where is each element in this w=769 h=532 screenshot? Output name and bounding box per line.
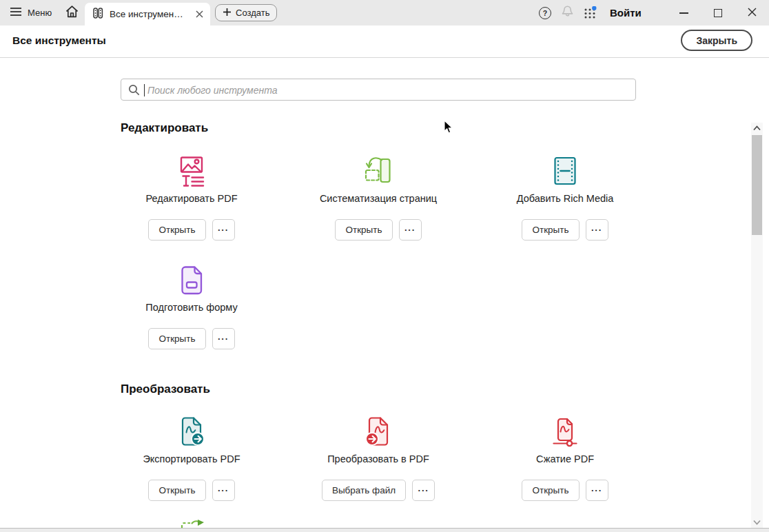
close-icon [748,7,757,19]
scroll-up-icon[interactable] [751,125,763,132]
tool-label: Систематизация страниц [289,193,468,204]
notifications-button[interactable] [559,0,575,25]
menu-button[interactable]: Меню [10,0,52,25]
more-options-button[interactable]: ··· [212,480,235,501]
search-input[interactable] [146,80,631,101]
tool-card-export-pdf: Экспортировать PDFОткрыть··· [102,412,281,509]
all-tools-icon [92,7,104,22]
tool-label: Подготовить форму [102,302,281,313]
tool-card-rich-media: Добавить Rich MediaОткрыть··· [475,152,655,248]
tool-action-button[interactable]: Открыть [148,328,205,349]
menu-label: Меню [28,8,52,18]
tool-card-convert-pdf: Преобразовать в PDFВыбрать файл··· [289,412,468,509]
tab-close-icon[interactable] [196,10,203,18]
hamburger-icon [10,6,22,19]
acrobat-window: Меню Все инструмен… [0,0,769,532]
search-box [121,79,636,101]
tool-buttons: Открыть··· [289,219,468,241]
help-icon: ? [539,7,551,19]
scrollbar-thumb[interactable] [752,135,762,235]
apps-grid-icon [583,6,597,20]
minimize-icon [679,12,688,14]
vertical-scrollbar[interactable] [751,123,763,528]
home-icon [65,5,79,21]
tool-action-button[interactable]: Открыть [335,219,392,241]
section-title: Преобразовать [121,382,210,396]
window-bottom-edge [0,528,769,532]
compress-pdf-icon [475,415,655,448]
scroll-down-icon[interactable] [751,519,763,526]
tool-label: Экспортировать PDF [102,453,281,464]
tool-buttons: Открыть··· [475,480,655,501]
organize-pages-icon [289,154,468,187]
notification-dot [592,6,596,10]
signin-button[interactable]: Войти [610,0,642,25]
tool-buttons: Открыть··· [102,328,281,349]
more-options-button[interactable]: ··· [212,219,235,241]
tool-card-prepare-form: Подготовить формуОткрыть··· [102,260,281,357]
page-header: Все инструменты Закрыть [0,25,769,58]
tool-action-button[interactable]: Открыть [522,219,579,241]
more-options-button[interactable]: ··· [586,219,608,241]
tool-label: Сжатие PDF [475,453,655,464]
maximize-icon [714,9,722,17]
create-button[interactable]: Создать [215,4,277,21]
plus-icon [223,8,232,19]
text-caret [144,84,145,96]
section-title: Редактировать [121,121,208,135]
tool-buttons: Выбрать файл··· [289,480,468,501]
export-pdf-icon [102,415,281,448]
close-tools-button[interactable]: Закрыть [681,30,752,51]
scan-tool-icon-partial [102,518,281,528]
search-icon [128,84,140,99]
apps-button[interactable] [582,0,598,25]
tool-action-button[interactable]: Открыть [148,480,205,501]
tool-card-edit-pdf: Редактировать PDFОткрыть··· [102,152,281,248]
create-label: Создать [236,8,269,18]
window-minimize-button[interactable] [675,0,692,25]
tool-label: Редактировать PDF [102,193,281,204]
window-maximize-button[interactable] [710,0,726,25]
mouse-cursor [444,120,453,137]
more-options-button[interactable]: ··· [412,480,435,501]
tool-action-button[interactable]: Выбрать файл [322,480,406,501]
page-title: Все инструменты [12,34,106,47]
more-options-button[interactable]: ··· [399,219,422,241]
tool-card-compress-pdf: Сжатие PDFОткрыть··· [475,412,655,509]
tool-label: Добавить Rich Media [475,193,655,204]
tool-buttons: Открыть··· [102,480,281,501]
window-close-button[interactable] [744,0,760,25]
rich-media-icon [475,154,655,187]
tool-buttons: Открыть··· [475,219,655,241]
edit-pdf-icon [102,154,281,187]
tool-action-button[interactable]: Открыть [148,219,205,241]
more-options-button[interactable]: ··· [212,328,235,349]
bell-icon [561,5,574,21]
tool-action-button[interactable]: Открыть [522,480,579,501]
tab-title: Все инструмен… [110,9,190,19]
tool-buttons: Открыть··· [102,219,281,241]
more-options-button[interactable]: ··· [586,480,608,501]
convert-pdf-icon [289,415,468,448]
tab-all-tools[interactable]: Все инструмен… [85,3,210,25]
help-button[interactable]: ? [537,0,553,25]
titlebar: Меню Все инструмен… [0,0,769,25]
tool-label: Преобразовать в PDF [289,453,468,464]
prepare-form-icon [102,263,281,296]
tool-card-organize-pages: Систематизация страницОткрыть··· [289,152,468,248]
home-button[interactable] [64,6,79,21]
